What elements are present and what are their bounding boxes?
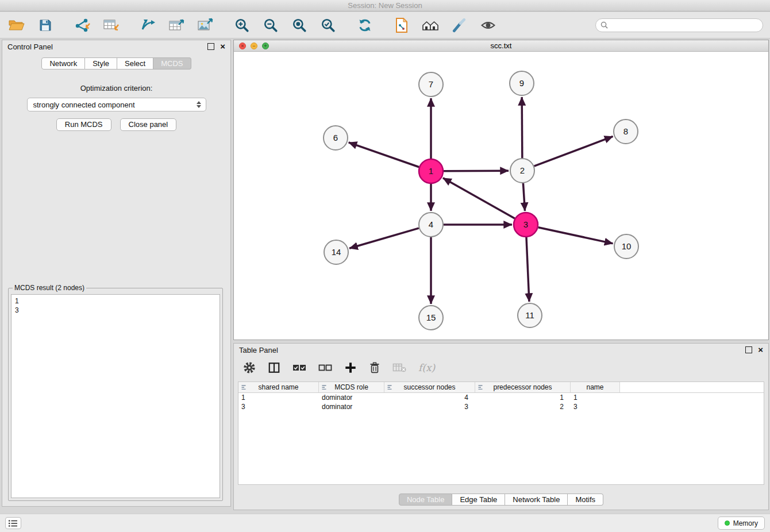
graph-edge-2-9[interactable] — [522, 97, 522, 158]
tab-mcds[interactable]: MCDS — [153, 57, 191, 70]
graph-node-9[interactable]: 9 — [510, 71, 534, 95]
graph-node-14[interactable]: 14 — [324, 240, 348, 264]
column-header-successor-nodes[interactable]: successor nodes — [384, 382, 475, 392]
function-builder-icon: f(x) — [418, 362, 435, 373]
paint-style-icon — [452, 18, 467, 33]
select-all-button[interactable] — [292, 363, 306, 373]
zoom-fit-button[interactable] — [290, 16, 309, 35]
graph-node-8[interactable]: 8 — [614, 119, 638, 144]
tab-node-table[interactable]: Node Table — [399, 494, 453, 506]
open-session-button[interactable] — [7, 16, 26, 35]
add-column-button[interactable] — [344, 361, 357, 374]
copy-network-button[interactable] — [392, 16, 411, 35]
table-row[interactable]: 3 dominator 3 2 3 — [238, 402, 764, 411]
export-table-button[interactable] — [167, 16, 186, 35]
search-input[interactable] — [611, 21, 758, 29]
save-session-button[interactable] — [36, 16, 55, 35]
criterion-dropdown[interactable]: strongly connected component — [27, 98, 206, 111]
refresh-layout-button[interactable] — [355, 16, 375, 35]
column-label: successor nodes — [403, 383, 455, 391]
table-row[interactable]: 1 dominator 4 1 1 — [238, 393, 764, 402]
column-header-mcds-role[interactable]: MCDS role — [319, 382, 384, 392]
delete-table-button[interactable] — [392, 362, 406, 373]
select-all-icon — [292, 363, 306, 373]
tab-select[interactable]: Select — [117, 57, 153, 70]
minimize-window-icon[interactable]: − — [251, 43, 257, 49]
search-box[interactable] — [595, 18, 763, 32]
sort-icon — [241, 384, 247, 391]
column-header-shared-name[interactable]: shared name — [238, 382, 319, 392]
svg-text:6: 6 — [333, 133, 338, 142]
show-hide-button[interactable] — [478, 16, 498, 35]
mcds-result-box: MCDS result (2 nodes) 1 3 — [8, 284, 223, 501]
graph-node-15[interactable]: 15 — [419, 306, 443, 330]
table-settings-button[interactable] — [243, 361, 256, 374]
sort-icon — [321, 384, 328, 391]
graph-edge-3-10[interactable] — [538, 228, 613, 244]
zoom-in-icon — [234, 18, 249, 33]
zoom-selected-button[interactable] — [318, 16, 338, 35]
mcds-result-list[interactable]: 1 3 — [11, 294, 220, 498]
float-panel-icon[interactable] — [207, 43, 214, 50]
graph-edge-2-8[interactable] — [534, 136, 613, 166]
tab-motifs[interactable]: Motifs — [568, 494, 603, 506]
zoom-fit-icon — [292, 18, 307, 33]
cell-mcds-role: dominator — [319, 402, 384, 411]
window-title: Session: New Session — [348, 1, 422, 10]
window-controls: × − + — [239, 43, 269, 49]
column-header-predecessor-nodes[interactable]: predecessor nodes — [475, 382, 571, 392]
close-panel-button[interactable]: Close panel — [120, 118, 177, 131]
close-window-icon[interactable]: × — [239, 43, 246, 49]
graph-node-4[interactable]: 4 — [419, 213, 443, 237]
graph-edge-1-2[interactable] — [444, 171, 509, 171]
zoom-in-button[interactable] — [232, 16, 252, 35]
graph-edge-4-14[interactable] — [349, 228, 419, 248]
tab-network[interactable]: Network — [41, 57, 85, 70]
graph-edge-2-3[interactable] — [523, 183, 525, 211]
network-canvas[interactable]: 7968124314101511 — [234, 52, 768, 340]
graph-node-3[interactable]: 3 — [514, 213, 538, 237]
run-mcds-button[interactable]: Run MCDS — [56, 118, 111, 131]
zoom-out-icon — [263, 18, 278, 33]
deselect-all-button[interactable] — [318, 363, 332, 373]
cell-predecessor-nodes: 1 — [475, 393, 571, 402]
import-network-button[interactable] — [72, 16, 92, 35]
graph-node-1[interactable]: 1 — [419, 159, 443, 183]
column-label: shared name — [258, 383, 298, 391]
function-builder-button[interactable]: f(x) — [418, 362, 435, 373]
tab-network-table[interactable]: Network Table — [505, 494, 568, 506]
graph-node-2[interactable]: 2 — [510, 159, 534, 183]
import-table-button[interactable] — [101, 16, 121, 35]
svg-text:2: 2 — [520, 165, 525, 175]
mcds-result-line: 3 — [15, 306, 216, 315]
show-columns-button[interactable] — [268, 361, 280, 374]
graph-node-6[interactable]: 6 — [324, 126, 348, 150]
delete-column-button[interactable] — [369, 361, 380, 374]
cell-name: 3 — [571, 402, 620, 411]
export-image-button[interactable] — [195, 16, 215, 35]
graph-edge-1-6[interactable] — [349, 142, 419, 167]
first-neighbors-button[interactable] — [421, 16, 440, 35]
maximize-window-icon[interactable]: + — [262, 43, 269, 49]
table-panel: Table Panel × — [233, 343, 769, 510]
zoom-out-button[interactable] — [261, 16, 280, 35]
graph-node-11[interactable]: 11 — [518, 303, 542, 327]
graph-edge-3-1[interactable] — [443, 178, 515, 218]
graph-edge-3-11[interactable] — [526, 237, 529, 302]
tab-style[interactable]: Style — [85, 57, 117, 70]
tab-edge-table[interactable]: Edge Table — [452, 494, 505, 506]
mcds-result-line: 1 — [15, 296, 216, 306]
close-panel-icon[interactable]: × — [220, 43, 225, 50]
network-window-titlebar[interactable]: × − + scc.txt — [234, 40, 768, 52]
export-network-button[interactable] — [138, 16, 157, 35]
float-panel-icon[interactable] — [745, 346, 752, 353]
paint-style-button[interactable] — [449, 16, 469, 35]
memory-button[interactable]: Memory — [718, 516, 765, 530]
delete-table-icon — [392, 362, 406, 373]
close-panel-icon[interactable]: × — [758, 346, 763, 353]
table-header-row: shared name MCDS role successor nodes — [238, 382, 764, 393]
panel-menu-button[interactable] — [5, 517, 21, 529]
graph-node-10[interactable]: 10 — [614, 234, 638, 259]
graph-node-7[interactable]: 7 — [419, 72, 443, 97]
column-header-name[interactable]: name — [571, 382, 620, 392]
